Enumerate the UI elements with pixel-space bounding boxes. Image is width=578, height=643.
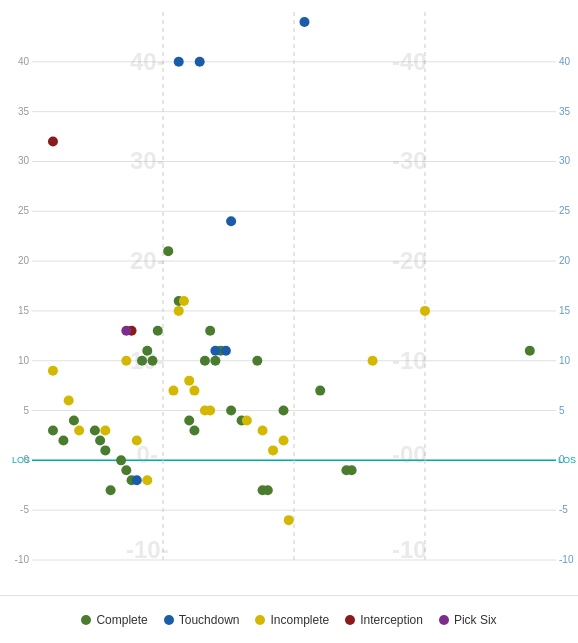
legend-label: Touchdown (179, 613, 240, 627)
legend-color-dot (164, 615, 174, 625)
legend-color-dot (345, 615, 355, 625)
chart-container (0, 0, 578, 595)
legend-item: Incomplete (255, 613, 329, 627)
legend-item: Touchdown (164, 613, 240, 627)
legend-label: Interception (360, 613, 423, 627)
legend-color-dot (81, 615, 91, 625)
legend: CompleteTouchdownIncompleteInterceptionP… (0, 595, 578, 643)
legend-color-dot (439, 615, 449, 625)
legend-label: Complete (96, 613, 147, 627)
legend-label: Pick Six (454, 613, 497, 627)
legend-item: Complete (81, 613, 147, 627)
legend-color-dot (255, 615, 265, 625)
legend-label: Incomplete (270, 613, 329, 627)
legend-item: Interception (345, 613, 423, 627)
legend-item: Pick Six (439, 613, 497, 627)
